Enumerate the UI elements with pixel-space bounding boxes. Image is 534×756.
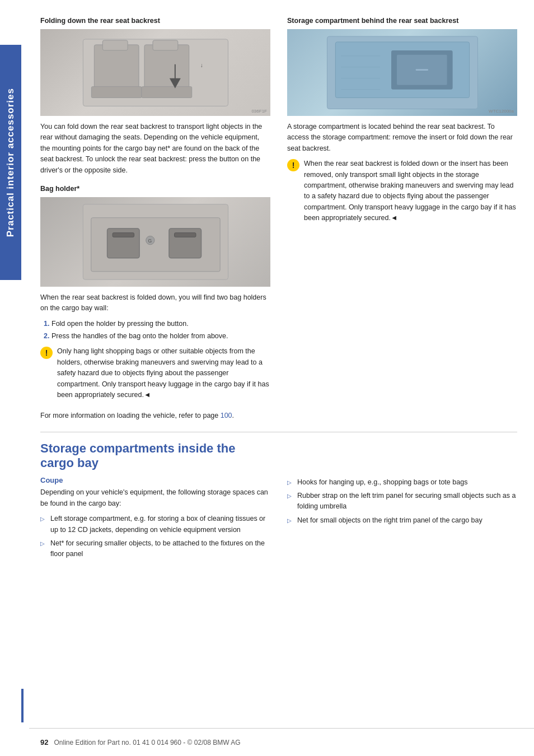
fold-section: Folding down the rear seat backrest <box>40 17 270 176</box>
svg-rect-15 <box>174 233 195 237</box>
bag-holder-step-2: Press the handles of the bag onto the ho… <box>51 331 270 342</box>
bag-holder-section: Bag holder* G When the <box>40 185 270 422</box>
sidebar-label-text: Practical interior accessories <box>5 88 16 237</box>
storage-item-3: Hooks for hanging up, e.g., shopping bag… <box>287 477 517 488</box>
fold-section-title: Folding down the rear seat backrest <box>40 17 270 25</box>
storage-cargo-list-right: Hooks for hanging up, e.g., shopping bag… <box>287 477 517 526</box>
storage-rear-title: Storage compartment behind the rear seat… <box>287 17 517 25</box>
storage-coupe-title: Coupe <box>40 476 270 484</box>
storage-item-5: Net for small objects on the right trim … <box>287 515 517 526</box>
bottom-accent-bar <box>21 689 24 722</box>
storage-item-4: Rubber strap on the left trim panel for … <box>287 491 517 512</box>
footer-page-number: 92 <box>40 738 48 746</box>
bag-holder-svg: G <box>52 202 259 282</box>
storage-rear-section: Storage compartment behind the rear seat… <box>287 17 517 228</box>
svg-text:G: G <box>148 238 152 244</box>
storage-cargo-title: Storage compartments inside the cargo ba… <box>40 441 270 471</box>
storage-rear-watermark: WTC12000a <box>489 109 514 114</box>
storage-item-1: Left storage compartment, e.g. for stori… <box>40 514 270 535</box>
footer-text: Online Edition for Part no. 01 41 0 014 … <box>54 739 240 746</box>
bag-holder-warning: ! Only hang light shopping bags or other… <box>40 346 270 405</box>
right-column: Storage compartment behind the rear seat… <box>287 17 517 426</box>
warning-icon-1: ! <box>40 347 53 359</box>
storage-cargo-right: Hooks for hanging up, e.g., shopping bag… <box>287 441 517 564</box>
bag-holder-steps: Fold open the holder by pressing the but… <box>51 319 270 342</box>
storage-rear-title-text: Storage compartment behind the rear seat… <box>287 17 458 25</box>
svg-rect-4 <box>142 86 192 97</box>
bag-holder-step-1: Fold open the holder by pressing the but… <box>51 319 270 329</box>
bag-holder-image: G <box>40 197 270 287</box>
bag-holder-title: Bag holder* <box>40 185 270 193</box>
storage-item-2: Net* for securing smaller objects, to be… <box>40 538 270 560</box>
storage-cargo-list: Left storage compartment, e.g. for stori… <box>40 514 270 560</box>
sidebar-label: Practical interior accessories <box>0 45 21 280</box>
fold-body-text: You can fold down the rear seat backrest… <box>40 122 270 176</box>
bag-holder-more-info: For more information on loading the vehi… <box>40 410 270 421</box>
storage-rear-warning-text: When the rear seat backrest is folded do… <box>304 158 517 223</box>
storage-rear-body: A storage compartment is located behind … <box>287 122 517 154</box>
storage-cargo-inner: Storage compartments inside the cargo ba… <box>40 441 517 564</box>
footer: 92 Online Edition for Part no. 01 41 0 0… <box>29 728 534 756</box>
warning-icon-2: ! <box>287 159 299 171</box>
fold-image-watermark: 036F1F <box>251 109 267 114</box>
storage-rear-image: WTC12000a <box>287 29 517 116</box>
fold-diagram-svg: ↓ <box>52 34 259 112</box>
storage-cargo-intro: Depending on your vehicle's equipment, t… <box>40 487 270 509</box>
svg-rect-3 <box>91 86 142 97</box>
bag-holder-warning-text: Only hang light shopping bags or other s… <box>57 346 270 400</box>
svg-rect-6 <box>153 40 178 50</box>
storage-rear-svg <box>299 34 506 112</box>
storage-rear-warning: ! When the rear seat backrest is folded … <box>287 158 517 228</box>
left-column: Folding down the rear seat backrest <box>40 17 270 426</box>
svg-text:↓: ↓ <box>200 62 203 68</box>
bag-holder-intro: When the rear seat backrest is folded do… <box>40 292 270 314</box>
svg-rect-5 <box>102 40 128 50</box>
svg-rect-13 <box>113 233 134 237</box>
fold-image: ↓ 036F1F <box>40 29 270 116</box>
page-link-100[interactable]: 100 <box>221 412 232 419</box>
storage-cargo-left: Storage compartments inside the cargo ba… <box>40 441 270 564</box>
storage-cargo-section: Storage compartments inside the cargo ba… <box>40 432 517 564</box>
